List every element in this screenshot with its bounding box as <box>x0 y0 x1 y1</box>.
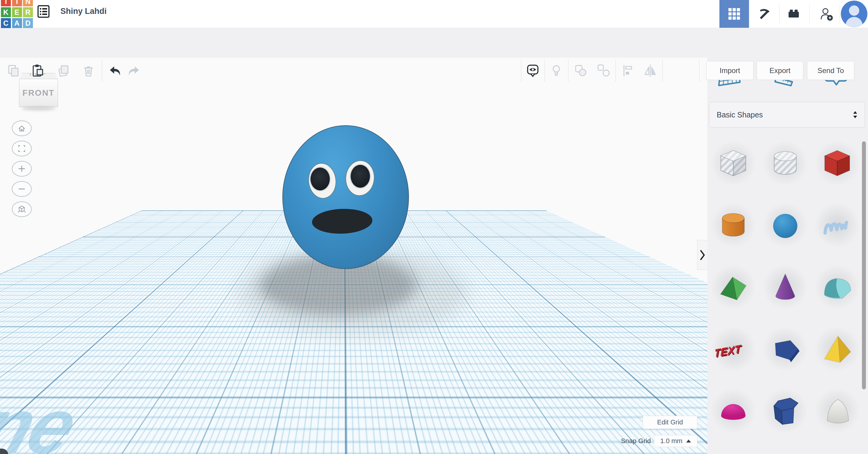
snap-grid-dropdown[interactable]: 1.0 mm <box>654 435 698 447</box>
home-view-button[interactable] <box>12 121 32 136</box>
divider <box>699 60 700 82</box>
avatar-head <box>849 5 859 16</box>
perspective-toggle-button[interactable] <box>12 201 32 217</box>
logo-tile: N <box>23 0 33 6</box>
shape-scribble[interactable] <box>811 194 863 256</box>
divider <box>521 60 521 82</box>
logo-tile: K <box>1 7 11 17</box>
show-all-icon[interactable] <box>526 63 540 78</box>
zoom-in-button[interactable] <box>12 161 32 176</box>
avatar-body <box>846 17 863 27</box>
tab-design-grid[interactable] <box>719 0 749 28</box>
ungroup-icon[interactable] <box>596 63 611 78</box>
group-icon[interactable] <box>574 63 588 78</box>
edit-toolbar: Import Export Send To <box>0 28 868 58</box>
divider <box>545 60 545 82</box>
panel-scrollbar[interactable] <box>862 141 866 389</box>
account-avatar[interactable] <box>841 1 867 27</box>
shape-half-sphere[interactable] <box>707 380 759 442</box>
shape-roof[interactable] <box>707 256 759 318</box>
grid-icon <box>727 7 741 21</box>
shape-hexagonal-prism[interactable] <box>759 380 811 442</box>
shape-box-hole[interactable] <box>707 132 759 194</box>
left-pupil-object[interactable] <box>310 167 330 191</box>
snap-grid-label: Snap Grid <box>607 437 651 445</box>
shape-cylinder-hole[interactable] <box>759 132 811 194</box>
undo-icon[interactable] <box>108 63 122 78</box>
divider <box>662 60 663 82</box>
viewcube-front-face[interactable]: FRONT <box>19 79 58 107</box>
send-to-button[interactable]: Send To <box>807 61 855 80</box>
paste-icon[interactable] <box>31 63 45 78</box>
fit-view-button[interactable] <box>12 141 32 156</box>
import-button[interactable]: Import <box>706 61 753 80</box>
shape-pyramid[interactable] <box>811 318 863 380</box>
brick-icon[interactable] <box>786 7 801 21</box>
logo-tile: R <box>23 7 33 17</box>
minecraft-pickaxe-icon[interactable] <box>757 7 771 21</box>
logo-tile: A <box>12 18 22 28</box>
logo-tile: I <box>12 0 22 6</box>
shapes-grid: TEXT TEXT <box>707 132 863 442</box>
chevron-right-icon <box>699 249 706 261</box>
duplicate-icon[interactable] <box>56 63 70 78</box>
tinkercad-app: TINKERCAD Shiny Lahdi <box>0 0 868 454</box>
logo-tile: D <box>23 18 33 28</box>
shape-category-select[interactable]: Basic Shapes <box>709 102 865 127</box>
divider <box>809 4 810 24</box>
redo-icon[interactable] <box>127 63 141 78</box>
viewcube-shadow <box>22 107 56 110</box>
shape-round-roof[interactable] <box>811 256 863 318</box>
select-caret-icon <box>853 111 858 119</box>
sphere-object[interactable] <box>282 125 409 269</box>
divider <box>840 4 840 24</box>
edit-grid-button[interactable]: Edit Grid <box>643 416 698 429</box>
shapes-panel: Basic Shapes TEXT TEXT <box>707 57 868 454</box>
divider <box>102 60 102 82</box>
design-title[interactable]: Shiny Lahdi <box>60 7 106 16</box>
copy-icon[interactable] <box>6 63 21 78</box>
export-button[interactable]: Export <box>756 61 803 80</box>
shape-text[interactable]: TEXT TEXT <box>707 318 759 380</box>
mirror-icon[interactable] <box>643 63 657 78</box>
top-bar: TINKERCAD Shiny Lahdi <box>0 0 868 28</box>
shape-cylinder[interactable] <box>707 194 759 256</box>
align-icon[interactable] <box>621 63 636 78</box>
shape-polygon[interactable] <box>759 318 811 380</box>
logo-tile: E <box>12 7 22 17</box>
invite-collaborator-icon[interactable] <box>819 7 834 21</box>
tinkercad-logo[interactable]: TINKERCAD <box>1 0 35 29</box>
divider <box>568 60 568 82</box>
shape-category-value: Basic Shapes <box>717 110 763 119</box>
shape-cone[interactable] <box>759 256 811 318</box>
shape-box[interactable] <box>811 132 863 194</box>
divider <box>779 4 779 24</box>
design-viewport[interactable]: ne TOP FRONT <box>0 57 707 454</box>
divider <box>616 60 616 82</box>
zoom-out-button[interactable] <box>12 181 32 197</box>
shape-paraboloid[interactable] <box>811 380 863 442</box>
design-properties-icon[interactable] <box>36 4 51 19</box>
panel-collapse-handle[interactable] <box>697 240 707 270</box>
tips-bulb-icon[interactable] <box>549 63 564 78</box>
logo-tile: T <box>1 0 11 6</box>
logo-tile: C <box>1 18 11 28</box>
snap-grid-value: 1.0 mm <box>660 437 682 445</box>
right-pupil-object[interactable] <box>351 165 370 188</box>
delete-icon[interactable] <box>81 63 96 78</box>
shape-sphere[interactable] <box>759 194 811 256</box>
caret-up-icon <box>686 440 691 443</box>
